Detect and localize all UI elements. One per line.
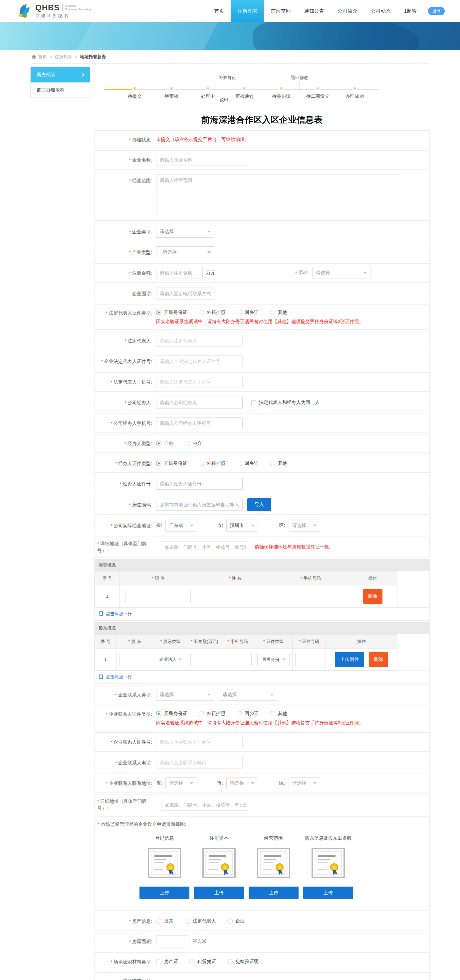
detail-address-2-input[interactable]: [161, 799, 249, 811]
agent-id-input[interactable]: [156, 478, 243, 490]
legal-name-input[interactable]: [156, 335, 243, 347]
row-legal-name: *法定代表人:: [94, 331, 430, 350]
row-legal-mobile: *法定代表人手机号:: [94, 372, 430, 391]
shareholder-amount-input[interactable]: [190, 653, 218, 666]
site-lease-voucher-radio[interactable]: [189, 959, 195, 964]
executive-mobile-input[interactable]: [279, 590, 342, 603]
agent-cert-return-permit-radio[interactable]: [236, 461, 242, 466]
legal-id-input[interactable]: [156, 355, 243, 368]
screenshot-col-registration: 登记信息 上传: [139, 831, 190, 899]
row-contact-type: *企业联系人类型: 请选择 请选择: [94, 685, 430, 705]
city-select[interactable]: 深圳市: [226, 520, 258, 531]
legal-cert-passport-radio[interactable]: [199, 310, 204, 315]
certificate-image: [257, 848, 290, 878]
add-row-icon: [99, 611, 104, 617]
same-person-checkbox[interactable]: [251, 400, 256, 405]
property-shareholder-radio[interactable]: [156, 918, 161, 924]
house-area-input[interactable]: [156, 935, 189, 947]
row-company-address: *公司实际经营地址: 省: 广东省 市: 深圳市 区: 请选择: [94, 516, 430, 535]
industry-type-select[interactable]: --请选择--: [156, 246, 214, 258]
executives-title: 高管概况: [94, 559, 430, 571]
contact-phone-input[interactable]: [156, 757, 243, 768]
agent-input[interactable]: [156, 396, 243, 409]
executive-position-input[interactable]: [126, 590, 191, 603]
screenshot-col-scope: 经营范围 上传: [248, 831, 299, 899]
upload-capital-button[interactable]: 上传: [194, 886, 244, 899]
nav-space[interactable]: 前海空间: [264, 0, 297, 22]
row-site-cert-type: *场地证明材料类型: 房产证 租赁凭证 免检验证明: [94, 952, 430, 971]
breadcrumb-section[interactable]: 住所托管: [55, 54, 72, 60]
agent-type-self-radio[interactable]: [156, 441, 161, 446]
upload-registration-button[interactable]: 上传: [139, 886, 189, 899]
legal-mobile-input[interactable]: [156, 376, 243, 388]
breadcrumb: 首页 > 住所托管 > 地址托管新办: [30, 50, 430, 64]
executive-name-input[interactable]: [203, 590, 267, 603]
contact-type-select-1[interactable]: 请选择: [156, 689, 214, 701]
row-agent-cert-type: *经办人证件类型: 居民身份证 外籍护照 回乡证 其他: [94, 454, 430, 473]
nav-username[interactable]: 1超哈: [398, 0, 423, 22]
legal-cert-other-radio[interactable]: [270, 310, 275, 315]
agent-cert-id-radio[interactable]: [156, 461, 161, 466]
nav-notice[interactable]: 通知公告: [297, 0, 331, 22]
shareholder-name-input[interactable]: [119, 653, 150, 666]
shareholder-mobile-input[interactable]: [224, 653, 252, 666]
business-scope-textarea[interactable]: [156, 175, 399, 217]
site-property-cert-radio[interactable]: [156, 959, 161, 964]
landline-input[interactable]: [156, 288, 214, 299]
contact-district-select[interactable]: 请选择: [289, 777, 320, 789]
annotation-dash-line: [299, 81, 300, 89]
house-code-input[interactable]: [156, 499, 243, 511]
import-button[interactable]: 导入: [247, 498, 271, 511]
legal-cert-id-radio[interactable]: [156, 310, 161, 315]
upload-scope-button[interactable]: 上传: [249, 886, 299, 899]
contact-cert-return-permit-radio[interactable]: [236, 711, 242, 716]
upload-shareholder-button[interactable]: 上传: [303, 886, 353, 899]
row-agent: *公司经办人: 法定代表人和经办人为同一人: [94, 393, 430, 412]
reg-capital-input[interactable]: [156, 267, 203, 279]
shareholder-cert-no-input[interactable]: [295, 653, 323, 666]
detail-address-input[interactable]: [161, 541, 249, 553]
shareholder-type-select[interactable]: 企业法人: [156, 653, 185, 666]
site-exempt-cert-radio[interactable]: [227, 959, 233, 964]
company-type-select[interactable]: 请选择: [156, 226, 214, 238]
shareholder-delete-button[interactable]: 删除: [369, 652, 388, 667]
logo-abbr: QHBS: [35, 3, 59, 12]
contact-city-select[interactable]: 请选择: [226, 777, 258, 789]
agent-cert-other-radio[interactable]: [270, 461, 275, 466]
company-name-input[interactable]: [156, 154, 249, 166]
shareholder-cert-type-select[interactable]: 居民身份: [257, 653, 289, 666]
property-company-radio[interactable]: [227, 918, 233, 924]
nav-home[interactable]: 首页: [208, 0, 231, 22]
detail-address-note: 请确保详细地址与房屋租赁凭证一致。: [255, 544, 334, 550]
contact-cert-other-radio[interactable]: [270, 711, 275, 716]
contact-cert-id-radio[interactable]: [156, 711, 161, 716]
agent-type-intermediary-radio[interactable]: [185, 441, 190, 446]
breadcrumb-home[interactable]: 首页: [38, 54, 47, 60]
shareholder-upload-button[interactable]: 上传附件: [335, 652, 364, 667]
contact-province-select[interactable]: 请选择: [165, 777, 197, 789]
shareholders-add-row[interactable]: 点击添加一行: [94, 670, 430, 684]
legal-cert-return-permit-radio[interactable]: [236, 310, 242, 315]
nav-hosting[interactable]: 住所托管: [231, 0, 264, 22]
agent-cert-passport-radio[interactable]: [199, 461, 204, 466]
district-select[interactable]: 请选择: [289, 520, 320, 531]
contact-id-input[interactable]: [156, 736, 243, 748]
row-house-area: *房屋面积: 平方米: [94, 932, 430, 951]
executives-add-row[interactable]: 点击添加一行: [94, 607, 430, 620]
contact-type-select-2[interactable]: 请选择: [219, 689, 277, 701]
sidebar-item-new-hosting[interactable]: 新办托管: [30, 67, 90, 83]
currency-select[interactable]: 请选择: [312, 267, 371, 279]
row-company-type: *企业类型: 请选择: [94, 222, 430, 241]
property-legal-rep-radio[interactable]: [185, 918, 190, 924]
contact-cert-passport-radio[interactable]: [199, 711, 204, 716]
caret-down-icon: [251, 782, 254, 784]
nav-about[interactable]: 公司简介: [331, 0, 364, 22]
nav-news[interactable]: 公司动态: [364, 0, 398, 22]
shareholders-section: 股东概况 序 号 *股 东 *股东类型 *出资额(万元) *手机号码 *证件类型…: [94, 622, 430, 684]
logout-button[interactable]: 退出: [428, 7, 445, 15]
agent-mobile-input[interactable]: [156, 417, 243, 429]
province-select[interactable]: 广东省: [165, 520, 197, 531]
executives-table: 序 号 *职 位 *姓 名 *手机号码 操作 1 删除: [94, 571, 398, 607]
sidebar-item-process[interactable]: 窗口办理流程: [30, 83, 90, 98]
executive-delete-button[interactable]: 删除: [363, 589, 382, 604]
